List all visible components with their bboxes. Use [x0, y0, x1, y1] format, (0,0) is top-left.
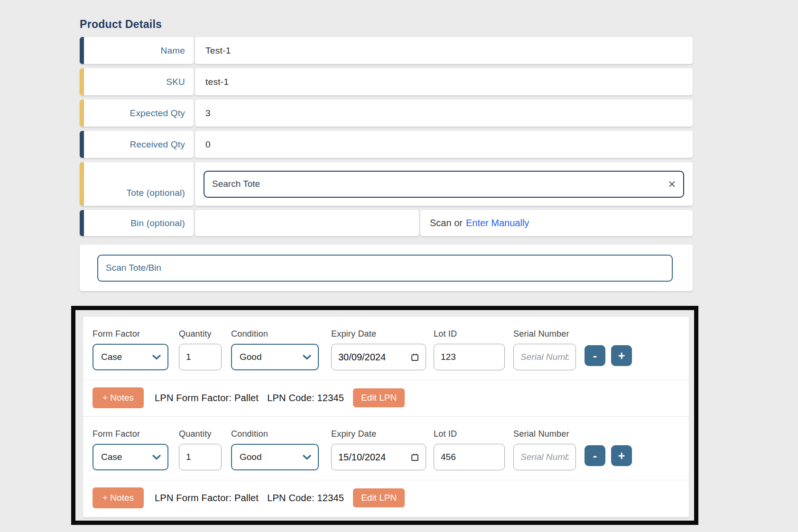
bin-value-card	[195, 210, 419, 236]
row-accent-bar	[80, 162, 84, 206]
expiry-date-input[interactable]: 30/09/2024	[331, 344, 426, 370]
scan-tote-bin-card	[80, 245, 693, 291]
row-accent-bar	[80, 68, 84, 95]
row-label: Bin (optional)	[130, 218, 185, 229]
form-factor-select[interactable]: Case	[93, 344, 168, 370]
lpn-form-factor-text: LPN Form Factor: Pallet	[155, 493, 259, 504]
row-label: SKU	[166, 77, 185, 87]
row-label: Expected Qty	[130, 108, 185, 119]
row-label-card: Expected Qty	[80, 100, 194, 127]
add-notes-button[interactable]: + Notes	[93, 387, 144, 408]
row-label-card: Tote (optional)	[80, 162, 194, 206]
tote-row: Tote (optional) ✕	[80, 162, 693, 206]
chevron-down-icon	[152, 355, 161, 360]
edit-lpn-button[interactable]: Edit LPN	[353, 488, 405, 507]
row-value: test-1	[205, 77, 229, 87]
scan-tote-bin-input[interactable]	[97, 255, 673, 282]
table-row: SKU test-1	[80, 68, 693, 95]
serial-number-label: Serial Number	[513, 429, 576, 439]
line-item-fields: Form Factor Case Quantity Condition Good	[83, 317, 689, 380]
serial-number-input[interactable]	[513, 444, 576, 470]
bin-scan-card: Scan or Enter Manually	[420, 210, 693, 236]
calendar-icon[interactable]	[410, 352, 419, 362]
condition-select[interactable]: Good	[231, 344, 319, 370]
line-items-card: Form Factor Case Quantity Condition Good	[83, 317, 689, 517]
lot-id-input[interactable]	[434, 344, 505, 370]
table-row: Received Qty 0	[80, 131, 693, 158]
form-factor-select[interactable]: Case	[93, 444, 168, 470]
edit-lpn-button[interactable]: Edit LPN	[353, 388, 405, 407]
tote-search-wrap: ✕	[204, 171, 684, 198]
lpn-row: + Notes LPN Form Factor: Pallet LPN Code…	[83, 480, 689, 516]
decrement-button[interactable]: -	[585, 345, 605, 366]
row-value-card: Test-1	[195, 37, 693, 64]
lpn-row: + Notes LPN Form Factor: Pallet LPN Code…	[83, 380, 689, 416]
lot-id-input[interactable]	[434, 444, 505, 470]
enter-manually-link[interactable]: Enter Manually	[466, 218, 529, 229]
chevron-down-icon	[303, 455, 311, 460]
lot-id-label: Lot ID	[434, 329, 505, 339]
tote-search-input[interactable]	[204, 171, 684, 198]
calendar-icon[interactable]	[410, 452, 419, 462]
quantity-input[interactable]	[179, 344, 222, 370]
condition-value: Good	[240, 352, 261, 362]
row-value-card: 0	[195, 131, 693, 158]
row-label-card: Received Qty	[80, 131, 194, 158]
row-accent-bar	[80, 37, 84, 64]
decrement-button[interactable]: -	[585, 445, 605, 466]
serial-number-label: Serial Number	[513, 329, 576, 339]
row-accent-bar	[80, 100, 84, 127]
chevron-down-icon	[303, 355, 311, 360]
row-value: 3	[205, 108, 211, 119]
row-label: Tote (optional)	[127, 188, 185, 198]
table-row: Name Test-1	[80, 37, 693, 64]
lot-id-label: Lot ID	[434, 429, 505, 439]
condition-label: Condition	[231, 329, 319, 339]
scan-or-text: Scan or	[430, 218, 463, 229]
line-item: Form Factor Case Quantity Condition Good	[83, 416, 689, 516]
increment-button[interactable]: +	[611, 445, 632, 466]
row-value-card: test-1	[195, 68, 693, 95]
row-accent-bar	[80, 131, 84, 158]
bin-row: Bin (optional) Scan or Enter Manually	[80, 210, 693, 236]
lpn-code-text: LPN Code: 12345	[267, 393, 344, 404]
expiry-date-label: Expiry Date	[331, 329, 426, 339]
form-factor-value: Case	[101, 352, 122, 362]
form-factor-label: Form Factor	[93, 329, 168, 339]
row-accent-bar	[80, 210, 84, 236]
row-label: Name	[161, 46, 185, 56]
serial-number-input[interactable]	[513, 344, 576, 370]
row-value-card: ✕	[195, 162, 693, 206]
condition-value: Good	[240, 452, 261, 462]
row-label-card: SKU	[80, 68, 194, 95]
clear-icon[interactable]: ✕	[668, 179, 676, 189]
expiry-date-value: 30/09/2024	[338, 352, 386, 363]
row-value: Test-1	[205, 46, 231, 56]
condition-select[interactable]: Good	[231, 444, 319, 470]
condition-label: Condition	[231, 429, 319, 439]
line-item-fields: Form Factor Case Quantity Condition Good	[83, 417, 689, 480]
quantity-input[interactable]	[179, 444, 222, 470]
page-title: Product Details	[80, 18, 693, 31]
product-details-panel: Product Details Name Test-1 SKU test-1	[80, 18, 693, 291]
table-row: Expected Qty 3	[80, 100, 693, 127]
quantity-label: Quantity	[179, 329, 222, 339]
expiry-date-label: Expiry Date	[331, 429, 426, 439]
product-info-rows: Name Test-1 SKU test-1 Expected Qty 3	[80, 37, 693, 291]
form-factor-label: Form Factor	[93, 429, 168, 439]
lpn-form-factor-text: LPN Form Factor: Pallet	[155, 393, 259, 404]
expiry-date-value: 15/10/2024	[338, 452, 386, 463]
add-notes-button[interactable]: + Notes	[93, 487, 144, 508]
lpn-code-text: LPN Code: 12345	[267, 493, 344, 504]
form-factor-value: Case	[101, 452, 122, 462]
quantity-label: Quantity	[179, 429, 222, 439]
line-item: Form Factor Case Quantity Condition Good	[83, 317, 689, 416]
row-value: 0	[205, 139, 211, 150]
chevron-down-icon	[152, 455, 161, 460]
row-label-card: Bin (optional)	[80, 210, 194, 236]
row-label: Received Qty	[130, 139, 185, 150]
row-label-card: Name	[80, 37, 194, 64]
increment-button[interactable]: +	[611, 345, 632, 366]
expiry-date-input[interactable]: 15/10/2024	[331, 444, 426, 470]
row-value-card: 3	[195, 100, 693, 127]
